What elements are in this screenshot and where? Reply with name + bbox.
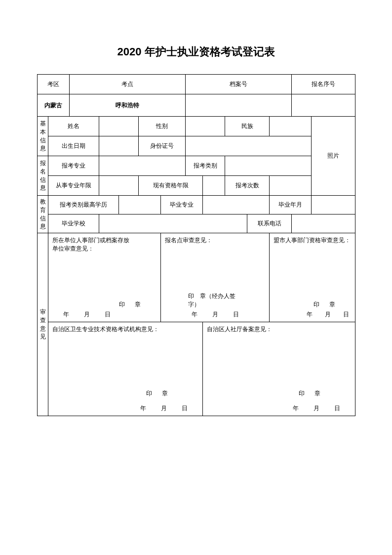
stamp-label: 印章 bbox=[299, 389, 330, 398]
page-title: 2020 年护士执业资格考试登记表 bbox=[37, 44, 355, 59]
value-school bbox=[99, 214, 247, 233]
label-gender: 性别 bbox=[139, 117, 186, 136]
section-edu: 教育信息 bbox=[38, 196, 48, 233]
stamp-sign-label: 印 章（经办人签字） bbox=[188, 292, 242, 309]
value-qual-years bbox=[203, 176, 225, 196]
registration-form: 考区 考点 档案号 报名序号 内蒙古 呼和浩特 基本信息 姓名 性别 民族 照片… bbox=[37, 74, 355, 416]
opinion-region-hr: 自治区人社厅备案意见： 印章 年月日 bbox=[203, 322, 355, 416]
label-phone: 联系电话 bbox=[247, 214, 292, 233]
opinion-region-exam-text: 自治区卫生专业技术资格考试机构意见： bbox=[52, 325, 198, 334]
label-school: 毕业学校 bbox=[48, 214, 99, 233]
label-highest: 报考类别最高学历 bbox=[48, 196, 119, 214]
label-exam-area: 考区 bbox=[38, 75, 70, 94]
label-work-years: 从事专业年限 bbox=[48, 176, 99, 196]
value-exam-count bbox=[270, 176, 312, 196]
section-basic: 基本信息 bbox=[38, 117, 48, 156]
opinion-unit-line1: 所在单位人事部门或档案存放 bbox=[52, 237, 129, 244]
value-work-years bbox=[99, 176, 139, 196]
value-grad-date bbox=[312, 196, 355, 214]
label-birth: 出生日期 bbox=[48, 136, 99, 156]
date-line: 年月日 bbox=[192, 310, 239, 319]
value-id-no bbox=[186, 136, 312, 156]
label-reg-category: 报考类别 bbox=[186, 156, 225, 176]
value-exam-site: 呼和浩特 bbox=[70, 94, 186, 117]
label-grad-date: 毕业年月 bbox=[270, 196, 312, 214]
opinion-exam-site: 报名点审查意见： 印 章（经办人签字） 年月日 bbox=[161, 233, 270, 322]
opinion-region-hr-text: 自治区人社厅备案意见： bbox=[207, 325, 351, 334]
stamp-label: 印章 bbox=[119, 300, 151, 309]
value-exam-area: 内蒙古 bbox=[38, 94, 70, 117]
value-gender bbox=[186, 117, 225, 136]
stamp-label: 印章 bbox=[314, 300, 345, 309]
section-review: 审查意见 bbox=[38, 233, 48, 416]
label-file-no: 档案号 bbox=[186, 75, 292, 94]
value-phone bbox=[292, 214, 355, 233]
value-reg-no bbox=[292, 94, 355, 117]
value-reg-category bbox=[225, 156, 312, 176]
label-ethnicity: 民族 bbox=[225, 117, 270, 136]
value-file-no bbox=[186, 94, 292, 117]
label-id-no: 身份证号 bbox=[139, 136, 186, 156]
value-highest bbox=[119, 196, 161, 214]
stamp-label: 印章 bbox=[146, 389, 178, 398]
label-qual-years: 现有资格年限 bbox=[139, 176, 203, 196]
label-name: 姓名 bbox=[48, 117, 99, 136]
section-reg: 报名信息 bbox=[38, 156, 48, 196]
opinion-city-text: 盟市人事部门资格审查意见： bbox=[274, 236, 351, 245]
value-ethnicity bbox=[270, 117, 312, 136]
opinion-city: 盟市人事部门资格审查意见： 印章 年月日 bbox=[270, 233, 355, 322]
opinion-unit: 所在单位人事部门或档案存放 单位审查意见： 印章 年月日 bbox=[48, 233, 161, 322]
label-grad-major: 毕业专业 bbox=[161, 196, 203, 214]
label-reg-no: 报名序号 bbox=[292, 75, 355, 94]
opinion-region-exam: 自治区卫生专业技术资格考试机构意见： 印章 年月日 bbox=[48, 322, 203, 416]
date-line: 年月日 bbox=[307, 310, 349, 319]
value-birth bbox=[99, 136, 139, 156]
date-line: 年月日 bbox=[293, 404, 340, 413]
label-reg-major: 报考专业 bbox=[48, 156, 99, 176]
label-exam-site: 考点 bbox=[70, 75, 186, 94]
opinion-exam-site-text: 报名点审查意见： bbox=[165, 236, 265, 245]
label-exam-count: 报考次数 bbox=[225, 176, 270, 196]
value-name bbox=[99, 117, 139, 136]
date-line: 年月日 bbox=[140, 404, 188, 413]
opinion-unit-line2: 单位审查意见： bbox=[52, 245, 94, 252]
date-line: 年月日 bbox=[63, 310, 111, 319]
value-grad-major bbox=[203, 196, 270, 214]
photo-cell: 照片 bbox=[312, 117, 355, 196]
value-reg-major bbox=[99, 156, 186, 176]
